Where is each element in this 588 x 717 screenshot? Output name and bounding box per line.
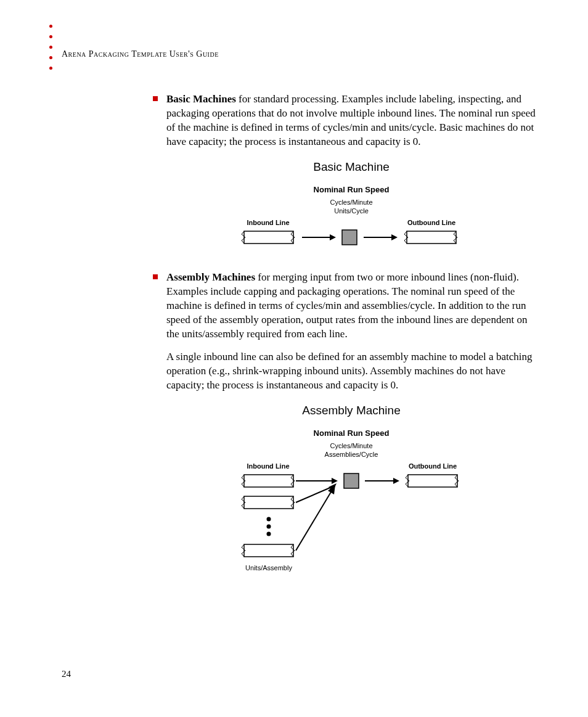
svg-rect-8 <box>244 496 293 509</box>
svg-rect-3 <box>342 230 357 245</box>
figure-rate-line2: Assemblies/Cycle <box>325 451 378 458</box>
basic-machine-diagram: Inbound Line Outbound Line <box>240 219 462 256</box>
svg-rect-22 <box>408 475 457 487</box>
running-head: Arena Packaging Template User's Guide <box>62 49 219 59</box>
figure-basic-machine: Basic Machine Nominal Run Speed Cycles/M… <box>166 160 536 256</box>
svg-marker-2 <box>330 234 336 240</box>
svg-rect-6 <box>407 231 456 244</box>
outbound-line-label: Outbound Line <box>409 462 457 470</box>
svg-line-17 <box>296 489 333 551</box>
page-content: Basic Machines for standard processing. … <box>166 92 536 607</box>
inbound-line-label: Inbound Line <box>247 462 289 470</box>
inbound-line-label: Inbound Line <box>247 219 289 226</box>
units-assembly-label: Units/Assembly <box>245 564 292 572</box>
svg-marker-21 <box>393 478 399 484</box>
assembly-machine-diagram: Inbound Line Units/Assembly <box>234 462 468 592</box>
figure-rate-line2: Units/Cycle <box>334 207 369 215</box>
svg-rect-7 <box>244 475 293 487</box>
bullet-title: Assembly Machines <box>166 271 255 283</box>
figure-assembly-machine: Assembly Machine Nominal Run Speed Cycle… <box>166 404 536 592</box>
figure-title: Assembly Machine <box>166 404 536 417</box>
figure-subtitle: Nominal Run Speed <box>166 428 536 438</box>
figure-rate-line1: Cycles/Minute <box>330 442 372 449</box>
svg-point-9 <box>267 517 271 522</box>
outbound-line-label: Outbound Line <box>407 219 455 226</box>
svg-marker-14 <box>332 478 338 484</box>
bullet-square-icon <box>153 96 158 101</box>
figure-rate-line1: Cycles/Minute <box>330 199 372 206</box>
figure-title: Basic Machine <box>166 160 536 174</box>
page-number: 24 <box>62 669 71 679</box>
svg-rect-0 <box>244 231 293 244</box>
bullet-title: Basic Machines <box>166 93 236 105</box>
bullet-square-icon <box>153 274 158 279</box>
bullet-basic-machines: Basic Machines for standard processing. … <box>166 92 536 149</box>
svg-rect-19 <box>344 473 359 488</box>
svg-marker-5 <box>391 234 398 240</box>
assembly-extra-paragraph: A single inbound line can also be define… <box>166 350 536 393</box>
svg-rect-12 <box>244 544 293 557</box>
figure-subtitle: Nominal Run Speed <box>166 185 536 194</box>
svg-point-10 <box>267 525 271 529</box>
svg-point-11 <box>267 532 271 536</box>
bullet-assembly-machines: Assembly Machines for merging input from… <box>166 271 536 342</box>
decorative-dots <box>49 25 52 77</box>
